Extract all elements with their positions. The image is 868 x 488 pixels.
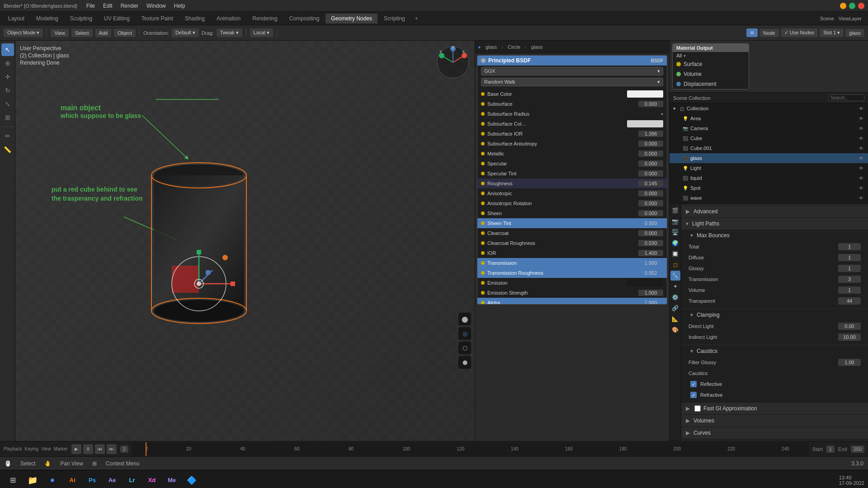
xd-btn[interactable]: Xd: [143, 472, 161, 488]
props-view-layer-icon[interactable]: 🖥️: [670, 227, 680, 237]
after-effects-btn[interactable]: Ae: [103, 472, 121, 488]
props-modifier-icon[interactable]: 🔧: [670, 271, 680, 281]
object-menu[interactable]: Object: [114, 29, 136, 37]
timeline-marker-label[interactable]: Marker: [54, 446, 68, 451]
curves-header[interactable]: ▶ Curves: [681, 427, 868, 439]
mode-select[interactable]: Object Mode ▾: [4, 28, 43, 37]
bounce-glossy-value[interactable]: 1: [838, 265, 861, 272]
coll-wave[interactable]: ⬛ wave 👁: [670, 193, 868, 203]
light-paths-header[interactable]: ▾ Light Paths: [681, 218, 868, 230]
value-emission-strength[interactable]: 1.000: [638, 290, 663, 296]
nav-gizmo[interactable]: X Y Z: [435, 44, 471, 80]
media-encoder-btn[interactable]: Me: [163, 472, 181, 488]
prop-clearcoat-roughness[interactable]: Clearcoat Roughness 0.030: [477, 238, 667, 248]
close-button[interactable]: [858, 3, 864, 9]
prop-subsurface-col[interactable]: Subsurface Col...: [477, 119, 667, 129]
prev-frame-btn[interactable]: ⏮: [95, 444, 105, 454]
prop-subsurface[interactable]: Subsurface 0.000: [477, 99, 667, 109]
filter-glossy-value[interactable]: 1.00: [838, 359, 861, 366]
menu-render[interactable]: Render: [117, 2, 142, 10]
props-world-icon[interactable]: 🔲: [670, 249, 680, 259]
viewport-shading-btn[interactable]: ⬤: [458, 313, 471, 325]
pause-btn[interactable]: ⏸: [83, 444, 93, 454]
viewport-material-btn[interactable]: ⬡: [458, 342, 471, 354]
props-data-icon[interactable]: 📐: [670, 314, 680, 324]
prop-ior[interactable]: IOR 1.400: [477, 248, 667, 258]
tab-compositing[interactable]: Compositing: [284, 14, 325, 23]
tab-geometry-nodes[interactable]: Geometry Nodes: [326, 14, 377, 23]
fast-gi-checkbox[interactable]: [694, 405, 701, 412]
coll-glass[interactable]: ⬛ glass 👁: [670, 153, 868, 163]
prop-base-color[interactable]: Base Color: [477, 89, 667, 99]
add-menu[interactable]: Add: [95, 29, 112, 37]
props-constraints-icon[interactable]: 🔗: [670, 303, 680, 313]
liquid-visibility[interactable]: 👁: [858, 175, 864, 181]
props-physics-icon[interactable]: ⚙️: [670, 292, 680, 302]
tab-scripting[interactable]: Scripting: [378, 14, 410, 23]
coll-cube[interactable]: ⬛ Cube 👁: [670, 133, 868, 143]
value-subsurface-anisotropy[interactable]: 0.000: [638, 141, 663, 147]
coll-camera[interactable]: 📷 Camera 👁: [670, 123, 868, 133]
rotate-tool[interactable]: ↻: [1, 84, 14, 97]
refractive-checkbox[interactable]: ✓: [690, 392, 697, 398]
tab-sculpting[interactable]: Sculpting: [65, 14, 98, 23]
cursor-tool[interactable]: ⊕: [1, 57, 14, 70]
swatch-subsurface-col[interactable]: [627, 120, 663, 127]
advanced-header[interactable]: ▶ Advanced: [681, 206, 868, 217]
tab-texture-paint[interactable]: Texture Paint: [136, 14, 179, 23]
outliner-search[interactable]: [828, 94, 864, 101]
bounce-transmission-value[interactable]: 3: [838, 276, 861, 283]
transform-tool[interactable]: ⊞: [1, 111, 14, 124]
bounce-diffuse-value[interactable]: 1: [838, 254, 861, 261]
value-specular[interactable]: 0.000: [638, 160, 663, 167]
value-clearcoat-roughness[interactable]: 0.030: [638, 240, 663, 246]
value-sheen[interactable]: 0.000: [638, 210, 663, 216]
tab-modeling[interactable]: Modeling: [31, 14, 64, 23]
prop-specular[interactable]: Specular 0.000: [477, 159, 667, 169]
breadcrumb-glass2[interactable]: glass: [529, 43, 545, 51]
illustrator-btn[interactable]: Ai: [63, 472, 81, 488]
prop-subsurface-radius[interactable]: Subsurface Radius ▾: [477, 109, 667, 119]
value-anisotropic[interactable]: 0.000: [638, 190, 663, 197]
prop-specular-tint[interactable]: Specular Tint 0.000: [477, 169, 667, 178]
blender-btn[interactable]: 🔷: [183, 472, 201, 488]
prop-emission[interactable]: Emission: [477, 278, 667, 288]
prop-sheen[interactable]: Sheen 0.000: [477, 208, 667, 218]
measure-tool[interactable]: 📏: [1, 143, 14, 156]
max-bounces-header[interactable]: ▾ Max Bounces: [681, 230, 868, 241]
timeline-playback-label[interactable]: Playback: [4, 446, 22, 451]
play-btn[interactable]: ▶: [71, 444, 81, 454]
value-metallic[interactable]: 0.000: [638, 150, 663, 157]
start-frame[interactable]: 1: [826, 446, 835, 453]
transform-pivot[interactable]: Local ▾: [250, 28, 273, 37]
props-object-icon[interactable]: ◻: [670, 260, 680, 270]
viewport-solid-btn[interactable]: ⬢: [458, 356, 471, 369]
props-material-icon[interactable]: 🎨: [670, 325, 680, 335]
value-alpha[interactable]: 1.000: [638, 300, 663, 304]
breadcrumb-glass1[interactable]: glass: [484, 43, 499, 51]
coll-cube001[interactable]: ⬛ Cube.001 👁: [670, 143, 868, 153]
subsurface-method-select[interactable]: Random Walk ▾: [481, 78, 663, 86]
tab-animation[interactable]: Animation: [211, 14, 246, 23]
collection-visibility[interactable]: 👁: [858, 105, 864, 112]
coll-liquid[interactable]: ⬛ liquid 👁: [670, 173, 868, 183]
area-visibility[interactable]: 👁: [858, 115, 864, 122]
use-nodes-toggle[interactable]: ✓ Use Nodes: [781, 28, 818, 37]
tab-rendering[interactable]: Rendering: [247, 14, 283, 23]
file-explorer-btn[interactable]: 📁: [24, 472, 42, 488]
coll-area[interactable]: 💡 Area 👁: [670, 113, 868, 123]
timeline-keying-label[interactable]: Keying: [25, 446, 39, 451]
props-output-icon[interactable]: 📷: [670, 216, 680, 226]
next-frame-btn[interactable]: ⏭: [107, 444, 117, 454]
timeline-track[interactable]: 2 20 40 60 80 100 120 140 160 180 200 22…: [132, 442, 809, 456]
value-subsurface[interactable]: 0.000: [638, 101, 663, 107]
clamping-header[interactable]: ▾ Clamping: [681, 309, 868, 321]
value-anisotropic-rotation[interactable]: 0.000: [638, 200, 663, 206]
value-sheen-tint[interactable]: 0.500: [638, 220, 663, 226]
value-subsurface-ior[interactable]: 1.396: [638, 131, 663, 137]
glass-label[interactable]: glass: [845, 29, 864, 37]
swatch-base-color[interactable]: [627, 90, 663, 98]
fast-gi-header[interactable]: ▶ Fast GI Approximation: [681, 403, 868, 414]
glass-visibility[interactable]: 👁: [858, 155, 864, 161]
current-frame[interactable]: 2: [120, 446, 128, 453]
